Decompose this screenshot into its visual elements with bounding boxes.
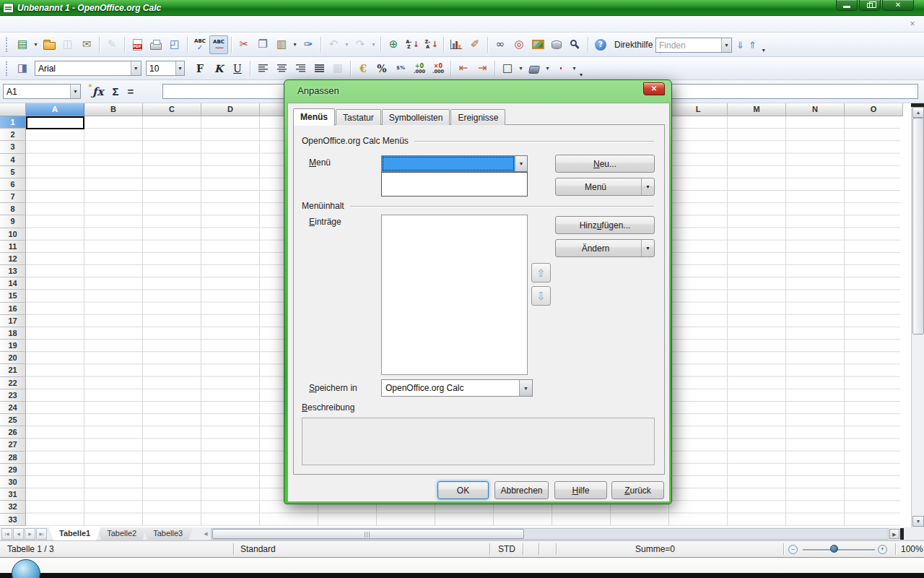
italic-button[interactable]: K bbox=[209, 59, 228, 78]
horizontal-scrollbar[interactable] bbox=[211, 528, 889, 540]
row-header-15[interactable]: 15 bbox=[0, 290, 26, 302]
minimize-button[interactable] bbox=[836, 0, 858, 11]
find-previous-button[interactable]: ⇑ bbox=[749, 40, 757, 51]
zoom-level[interactable]: 100% bbox=[901, 544, 923, 554]
row-header-22[interactable]: 22 bbox=[0, 377, 26, 389]
menu-dropdown-list[interactable] bbox=[381, 172, 528, 197]
hscroll-left-arrow[interactable]: ◀ bbox=[201, 529, 211, 539]
align-right-button[interactable] bbox=[291, 59, 310, 78]
dialog-tab-menüs[interactable]: Menüs bbox=[293, 108, 335, 126]
back-button[interactable]: Zurück bbox=[611, 481, 664, 499]
first-sheet-button[interactable]: |◀ bbox=[1, 528, 12, 540]
data-sources-button[interactable] bbox=[547, 35, 566, 54]
row-header-7[interactable]: 7 bbox=[0, 191, 26, 203]
find-and-replace-button[interactable]: ∞ bbox=[491, 35, 510, 54]
menu-menu-dropdown[interactable]: ▼ bbox=[641, 178, 654, 195]
hscroll-right-arrow[interactable]: ▶ bbox=[889, 529, 899, 539]
description-box[interactable] bbox=[302, 418, 655, 465]
font-color-dropdown[interactable]: ▾ bbox=[570, 59, 578, 78]
row-header-26[interactable]: 26 bbox=[0, 426, 26, 439]
column-header-D[interactable]: D bbox=[201, 103, 260, 116]
restore-button[interactable] bbox=[859, 0, 881, 11]
function-wizard-icon[interactable]: ƒx bbox=[92, 85, 103, 98]
find-toolbar-options-dropdown[interactable]: ▾ bbox=[762, 46, 765, 54]
row-header-20[interactable]: 20 bbox=[0, 352, 26, 364]
dialog-tab-symbolleisten[interactable]: Symbolleisten bbox=[382, 109, 450, 125]
row-header-30[interactable]: 30 bbox=[0, 476, 26, 488]
email-button[interactable]: ✉ bbox=[77, 35, 96, 54]
help-button[interactable] bbox=[591, 35, 610, 54]
dialog-close-button[interactable]: ✕ bbox=[643, 82, 665, 95]
vertical-scrollbar[interactable]: ▲ ▼ bbox=[911, 103, 924, 527]
cancel-button[interactable]: Abbrechen bbox=[494, 481, 549, 499]
row-header-5[interactable]: 5 bbox=[0, 166, 26, 178]
row-header-24[interactable]: 24 bbox=[0, 402, 26, 414]
row-header-16[interactable]: 16 bbox=[0, 303, 26, 315]
font-size-input[interactable] bbox=[147, 61, 175, 75]
toolbar-drag-handle[interactable] bbox=[6, 61, 9, 76]
styles-window-button[interactable]: ◨ bbox=[13, 59, 32, 78]
font-name-dropdown[interactable]: ▼ bbox=[131, 61, 141, 75]
modify-button[interactable]: Ändern▼ bbox=[555, 239, 655, 257]
font-name-input[interactable] bbox=[35, 61, 131, 75]
sheet-tab-tabelle2[interactable]: Tabelle2 bbox=[97, 527, 147, 540]
row-header-10[interactable]: 10 bbox=[0, 228, 26, 241]
close-document-button[interactable]: × bbox=[907, 19, 918, 30]
find-next-button[interactable]: ⇓ bbox=[736, 40, 744, 51]
sheet-tab-tabelle3[interactable]: Tabelle3 bbox=[143, 527, 193, 540]
column-header-B[interactable]: B bbox=[84, 103, 143, 116]
row-header-27[interactable]: 27 bbox=[0, 439, 26, 451]
sum-display[interactable]: Summe=0 bbox=[635, 544, 675, 554]
save-in-combobox[interactable]: OpenOffice.org Calc ▼ bbox=[381, 379, 533, 397]
background-color-button[interactable] bbox=[525, 59, 544, 78]
show-draw-functions-button[interactable]: ✐ bbox=[466, 35, 484, 54]
font-color-button[interactable] bbox=[552, 59, 570, 78]
new-menu-button[interactable]: Neu... bbox=[555, 155, 655, 173]
row-header-8[interactable]: 8 bbox=[0, 203, 26, 215]
page-preview-button[interactable]: ◰ bbox=[165, 35, 184, 54]
add-button[interactable]: Hinzufügen... bbox=[555, 216, 655, 234]
start-button[interactable] bbox=[12, 559, 40, 578]
row-header-31[interactable]: 31 bbox=[0, 488, 26, 501]
row-header-19[interactable]: 19 bbox=[0, 340, 26, 352]
paste-dropdown[interactable]: ▾ bbox=[291, 35, 299, 54]
row-header-18[interactable]: 18 bbox=[0, 327, 26, 340]
column-header-A[interactable]: A bbox=[26, 103, 84, 116]
toolbar-options-dropdown[interactable]: ▾ bbox=[580, 70, 583, 79]
menu-combobox-dropdown[interactable]: ▼ bbox=[515, 156, 527, 171]
bold-button[interactable]: F bbox=[191, 59, 209, 78]
selection-mode[interactable]: STD bbox=[498, 544, 515, 554]
dialog-tab-tastatur[interactable]: Tastatur bbox=[336, 109, 381, 125]
horizontal-scroll-thumb[interactable] bbox=[212, 529, 524, 539]
row-header-32[interactable]: 32 bbox=[0, 501, 26, 513]
sort-descending-button[interactable] bbox=[422, 35, 440, 54]
font-size-dropdown[interactable]: ▼ bbox=[175, 61, 184, 75]
column-header-C[interactable]: C bbox=[143, 103, 201, 116]
scroll-up-arrow[interactable]: ▲ bbox=[912, 107, 924, 118]
row-header-6[interactable]: 6 bbox=[0, 178, 26, 191]
function-icon[interactable]: = bbox=[127, 85, 134, 98]
row-header-28[interactable]: 28 bbox=[0, 452, 26, 464]
last-sheet-button[interactable]: ▶| bbox=[36, 528, 47, 540]
modify-dropdown[interactable]: ▼ bbox=[641, 240, 654, 256]
ok-button[interactable]: OK bbox=[437, 481, 489, 499]
cut-button[interactable]: ✂ bbox=[235, 35, 253, 54]
close-window-button[interactable]: ✕ bbox=[882, 0, 914, 11]
export-pdf-button[interactable] bbox=[128, 35, 147, 54]
zoom-out-button[interactable]: − bbox=[788, 545, 798, 554]
spellcheck-button[interactable] bbox=[191, 35, 209, 54]
column-header-N[interactable]: N bbox=[786, 103, 845, 116]
row-header-14[interactable]: 14 bbox=[0, 277, 26, 290]
auto-spellcheck-button[interactable] bbox=[209, 35, 228, 54]
row-header-23[interactable]: 23 bbox=[0, 389, 26, 402]
row-header-21[interactable]: 21 bbox=[0, 364, 26, 376]
new-document-dropdown[interactable]: ▾ bbox=[32, 35, 40, 54]
menu-combobox[interactable]: ▼ bbox=[381, 155, 528, 172]
underline-button[interactable]: U bbox=[228, 59, 247, 78]
zoom-button[interactable] bbox=[566, 35, 585, 54]
row-header-2[interactable]: 2 bbox=[0, 129, 26, 141]
number-format-currency-button[interactable]: € bbox=[354, 59, 372, 78]
row-header-3[interactable]: 3 bbox=[0, 141, 26, 153]
new-document-button[interactable]: ▤ bbox=[13, 35, 32, 54]
find-input[interactable] bbox=[656, 38, 721, 52]
